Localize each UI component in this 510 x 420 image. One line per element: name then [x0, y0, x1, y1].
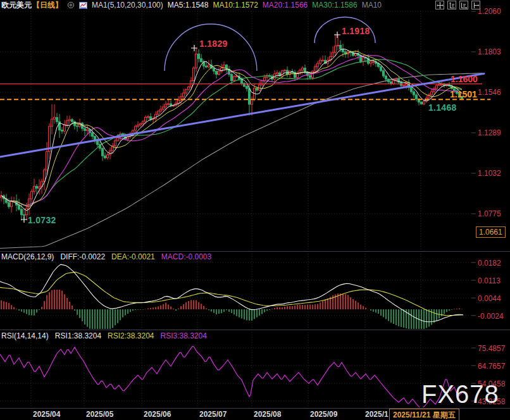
annotation-peak1: 1.1829 — [199, 39, 228, 49]
ma10-value: MA10:1.1572 — [213, 1, 258, 9]
axis-zoom-right-icon[interactable] — [459, 1, 468, 9]
rsi3-value: RSI3:38.3204 — [161, 331, 207, 340]
macd-header: MACD(26,12,9) DIFF:-0.0022 DEA:-0.0021 M… — [1, 252, 211, 261]
resistance-level-label: 1.1600 — [451, 74, 478, 84]
ma30-value: MA30:1.1586 — [312, 1, 357, 9]
time-label: 2025/05 — [86, 410, 113, 419]
annotation-peak2: 1.1918 — [342, 26, 370, 36]
ma100-label: MA10 — [362, 1, 382, 9]
rsi-header: RSI(14,14,14) RSI1:38.3204 RSI2:38.3204 … — [1, 331, 207, 340]
time-label: 2025/09 — [310, 410, 337, 419]
price-box-label: 1.0661 — [476, 226, 506, 238]
plus-circle-icon[interactable] — [67, 1, 75, 9]
price-tick: 1.1546 — [478, 88, 501, 97]
pane-shift-icon[interactable] — [471, 1, 480, 9]
rsi-title: RSI(14,14,14) — [1, 331, 49, 340]
pan-icon[interactable] — [435, 1, 444, 9]
macd-tick: -0.0024 — [478, 312, 504, 321]
price-tick: 1.1032 — [478, 169, 501, 178]
price-tick: 1.1289 — [478, 128, 501, 137]
ma-group-label: MA1(5,10,20,30,100) — [92, 1, 163, 9]
macd-title: MACD(26,12,9) — [1, 252, 54, 261]
axis-zoom-left-icon[interactable] — [447, 1, 456, 9]
rsi-tick: 64.7657 — [478, 362, 505, 371]
trading-terminal: 欧元美元【日线】 MA1(5,10,20,30,100) MA5:1.1548 … — [0, 0, 510, 420]
symbol-title: 欧元美元 — [1, 0, 32, 11]
period-label: 【日线】 — [32, 0, 63, 11]
ma5-value: MA5:1.1548 — [168, 1, 209, 9]
header-bar: 欧元美元【日线】 MA1(5,10,20,30,100) MA5:1.1548 … — [0, 0, 510, 10]
macd-dea-value: DEA:-0.0021 — [111, 252, 155, 261]
current-price-label: 1.1501 — [450, 89, 477, 99]
time-label: 2025/06 — [144, 410, 171, 419]
rsi-tick: 75.4857 — [478, 344, 505, 353]
chart-canvas[interactable] — [0, 0, 510, 420]
price-tick: 1.0775 — [478, 209, 501, 218]
time-axis: 2025/04 2025/05 2025/06 2025/07 2025/08 … — [0, 409, 510, 420]
time-label: 2025/1 — [365, 410, 389, 419]
current-date-box: 2025/11/21 星期五 — [389, 409, 459, 420]
chart-toolbar — [435, 1, 480, 9]
annotation-low-recent: 1.1468 — [428, 102, 457, 113]
macd-tick: 0.0182 — [478, 259, 501, 268]
macd-tick: 0.0044 — [478, 294, 501, 303]
rsi1-value: RSI1:38.3204 — [55, 331, 101, 340]
macd-tick: 0.0113 — [478, 276, 501, 285]
macd-diff-value: DIFF:-0.0022 — [60, 252, 105, 261]
fx678-watermark: FX678 — [421, 380, 499, 409]
ma20-value: MA20:1.1566 — [263, 1, 308, 9]
mini-chart-icon[interactable] — [79, 2, 87, 9]
macd-macd-value: MACD:-0.0003 — [161, 252, 211, 261]
rsi2-value: RSI2:38.3204 — [108, 331, 154, 340]
annotation-low-old: 1.0732 — [28, 215, 56, 225]
time-label: 2025/07 — [199, 410, 227, 419]
time-label: 2025/08 — [254, 410, 281, 419]
time-label: 2025/04 — [33, 410, 60, 419]
price-tick: 1.1803 — [478, 47, 501, 56]
